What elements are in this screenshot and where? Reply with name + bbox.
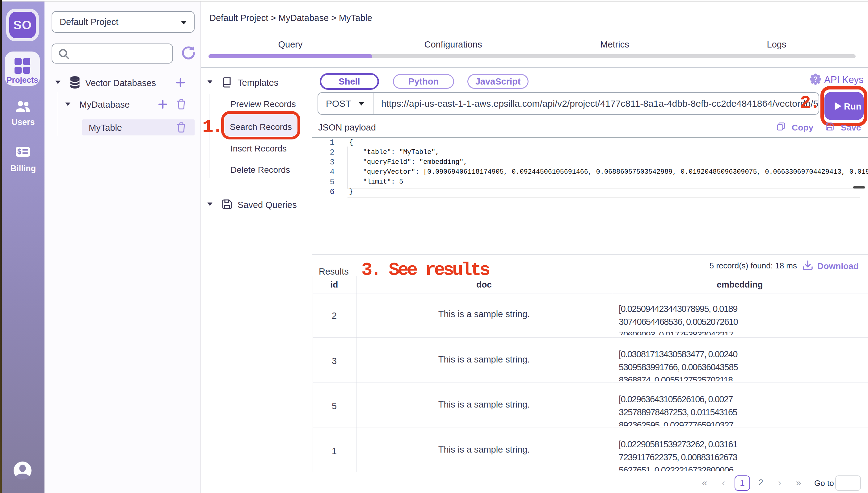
svg-text:?: ? xyxy=(813,75,817,83)
